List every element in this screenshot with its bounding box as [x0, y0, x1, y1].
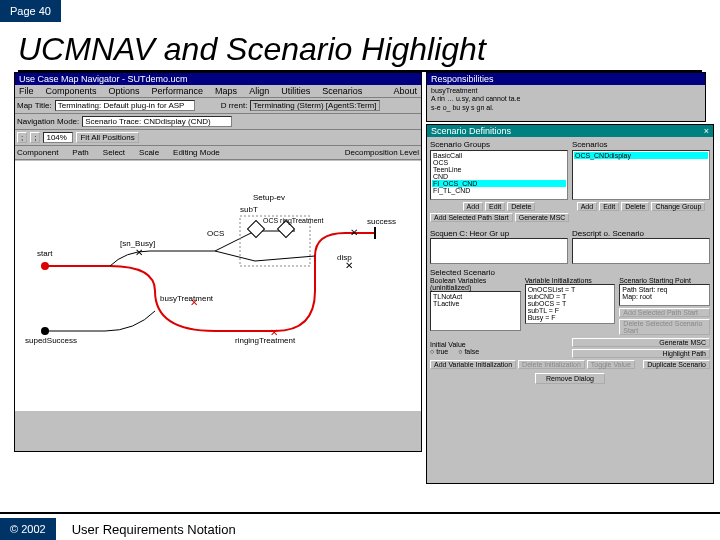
map-title-field[interactable]: Terminating: Default plug-in for ASP: [55, 100, 195, 111]
footer-text: User Requirements Notation: [56, 522, 236, 537]
ss-listbox[interactable]: Path Start: req Map: root: [619, 284, 710, 306]
resp-line3: s-e o_ bu sy s gn al.: [431, 104, 701, 112]
menu-file[interactable]: File: [17, 86, 36, 96]
menu-maps[interactable]: Maps: [213, 86, 239, 96]
decomp-label: Decomposition Level: [345, 148, 419, 157]
close-icon[interactable]: ×: [704, 126, 709, 136]
var-item[interactable]: subTL = F: [527, 307, 614, 314]
bool-vars-label: Boolean Variables (uninitialized): [430, 277, 521, 291]
lbl-start: start: [37, 249, 53, 258]
btn-semi2[interactable]: ;: [30, 132, 40, 143]
page-badge: Page 40: [0, 0, 61, 22]
group-desc-area[interactable]: [430, 238, 568, 264]
bool-item[interactable]: TLNotAct: [432, 293, 519, 300]
add-var-init-button[interactable]: Add Variable Initialization: [430, 360, 516, 369]
lbl-cnd: OCS ringTreatment: [263, 217, 323, 224]
ucm-diagram: ✕ ✕ ✕ ✕ ✕: [15, 161, 421, 411]
menu-align[interactable]: Align: [247, 86, 271, 96]
scenario-item[interactable]: OCS_CNDdisplay: [574, 152, 708, 159]
group-desc-label: Scquen C: Heor Gr up: [430, 229, 568, 238]
lbl-ocs: OCS: [207, 229, 224, 238]
btn-semi1[interactable]: ;: [17, 132, 27, 143]
scen-add-button[interactable]: Add: [577, 202, 597, 211]
navigator-title: Use Case Map Navigator - SUTdemo.ucm: [19, 74, 188, 84]
group-item[interactable]: FI_TL_CND: [432, 187, 566, 194]
nav-mode-field[interactable]: Scenario Trace: CNDdisplay (CND): [82, 116, 232, 127]
scen-desc-area[interactable]: [572, 238, 710, 264]
current-label: D rrent:: [221, 101, 248, 110]
group-edit-button[interactable]: Edit: [485, 202, 505, 211]
menu-utilities[interactable]: Utilities: [279, 86, 312, 96]
navigator-menubar[interactable]: File Components Options Performance Maps…: [15, 85, 421, 98]
menu-components[interactable]: Components: [44, 86, 99, 96]
var-init-listbox[interactable]: OnOCSList = T subCND = T subOCS = T subT…: [525, 284, 616, 324]
var-item[interactable]: Busy = F: [527, 314, 614, 321]
menu-performance[interactable]: Performance: [150, 86, 206, 96]
radio-false[interactable]: ○ false: [458, 348, 479, 355]
highlight-path-button[interactable]: Highlight Path: [572, 349, 710, 358]
var-init-label: Variable Initializations: [525, 277, 616, 284]
editing-mode-label: Editing Mode: [173, 148, 220, 157]
groups-listbox[interactable]: BasicCall OCS TeenLine CND FI_OCS_CND FI…: [430, 150, 568, 200]
mode-select[interactable]: Select: [103, 148, 125, 157]
scenario-window: Scenario Definitions × Scenario Groups B…: [426, 124, 714, 484]
gen-msc-button[interactable]: Generate MSC: [515, 213, 570, 222]
menu-options[interactable]: Options: [107, 86, 142, 96]
map-title-label: Map Title:: [17, 101, 52, 110]
mode-component[interactable]: Component: [17, 148, 58, 157]
lbl-snbusy: [sn_Busy]: [120, 239, 155, 248]
group-item[interactable]: TeenLine: [432, 166, 566, 173]
bool-listbox[interactable]: TLNotAct TLactive: [430, 291, 521, 331]
gen-msc2-button[interactable]: Generate MSC: [572, 338, 710, 347]
toggle-value-button[interactable]: Toggle Value: [587, 360, 635, 369]
var-item[interactable]: subOCS = T: [527, 300, 614, 307]
initial-value-label: Initial Value: [430, 341, 568, 348]
radio-true[interactable]: ○ true: [430, 348, 448, 355]
add-path-start2-button[interactable]: Add Selected Path Start: [619, 308, 710, 317]
slide-title: UCMNAV and Scenario Highlight: [18, 31, 702, 72]
lbl-subt: subT: [240, 205, 258, 214]
menu-scenarios[interactable]: Scenarios: [320, 86, 364, 96]
ucm-canvas[interactable]: ✕ ✕ ✕ ✕ ✕ start supedSuccess [sn_Busy] b…: [15, 161, 421, 411]
change-group-button[interactable]: Change Group: [651, 202, 705, 211]
var-item[interactable]: subCND = T: [527, 293, 614, 300]
group-item[interactable]: CND: [432, 173, 566, 180]
scenarios-label: Scenarios: [572, 140, 710, 149]
groups-label: Scenario Groups: [430, 140, 568, 149]
del-init-button[interactable]: Delete Initialization: [518, 360, 585, 369]
fit-button[interactable]: Fit All Positions: [76, 132, 138, 143]
ss-item[interactable]: Path Start: req: [621, 286, 708, 293]
svg-point-1: [41, 327, 49, 335]
group-item-selected[interactable]: FI_OCS_CND: [432, 180, 566, 187]
menu-about[interactable]: About: [391, 86, 419, 96]
resp-line1: busyTreatment: [431, 87, 701, 95]
bool-item[interactable]: TLactive: [432, 300, 519, 307]
remove-dialog-button[interactable]: Remove Dialog: [535, 373, 605, 384]
ss-item[interactable]: Map: root: [621, 293, 708, 300]
copyright: © 2002: [0, 518, 56, 540]
group-item[interactable]: OCS: [432, 159, 566, 166]
resp-titlebar: Responsibilities: [427, 73, 705, 85]
add-path-start-button[interactable]: Add Selected Path Start: [430, 213, 513, 222]
var-item[interactable]: OnOCSList = T: [527, 286, 614, 293]
svg-text:✕: ✕: [135, 247, 143, 258]
lbl-busy: busyTreatment: [160, 294, 213, 303]
toolbar-row-1: Map Title: Terminating: Default plug-in …: [15, 98, 421, 114]
responsibilities-window: Responsibilities busyTreatment A rin … u…: [426, 72, 706, 122]
zoom-field[interactable]: 104%: [43, 132, 73, 143]
lbl-disp: disp: [337, 253, 352, 262]
scen-delete-button[interactable]: Delete: [621, 202, 649, 211]
del-scen-start-button[interactable]: Delete Selected Scenario Start: [619, 319, 710, 335]
toolbar-row-4: Component Path Select Scale Editing Mode…: [15, 146, 421, 160]
lbl-success: success: [367, 217, 396, 226]
ss-point-label: Scenario Starting Point: [619, 277, 710, 284]
group-item[interactable]: BasicCall: [432, 152, 566, 159]
group-delete-button[interactable]: Delete: [507, 202, 535, 211]
mode-path[interactable]: Path: [72, 148, 88, 157]
mode-scale[interactable]: Scale: [139, 148, 159, 157]
dup-scen-button[interactable]: Duplicate Scenario: [643, 360, 710, 369]
scen-edit-button[interactable]: Edit: [599, 202, 619, 211]
svg-text:✕: ✕: [350, 227, 358, 238]
group-add-button[interactable]: Add: [463, 202, 483, 211]
scenarios-listbox[interactable]: OCS_CNDdisplay: [572, 150, 710, 200]
